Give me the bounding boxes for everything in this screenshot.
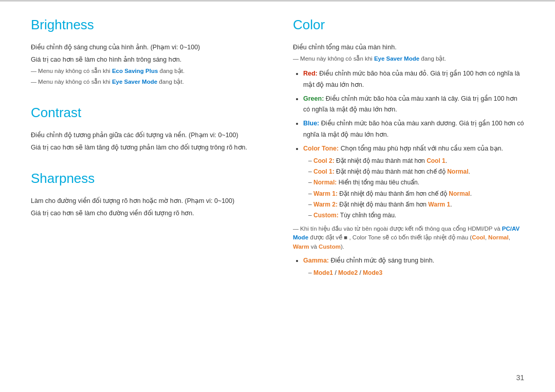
- mode3-label: Mode3: [363, 269, 382, 276]
- color-green-text: Điều chỉnh mức bão hòa của màu xanh lá c…: [303, 95, 517, 113]
- eye-saver-mode-ref-brightness: Eye Saver Mode: [112, 79, 157, 85]
- cool-ref: Cool: [472, 234, 485, 240]
- brightness-note2: Menu này không có sẵn khi Eye Saver Mode…: [31, 78, 262, 86]
- hdmi-note: Khi tín hiệu đầu vào từ bên ngoài được k…: [293, 225, 524, 251]
- warm2-text: Đặt nhiệt độ màu thành ấm hơn: [339, 201, 428, 208]
- warm1-text: Đặt nhiệt độ màu thành ấm hơn chế độ: [339, 190, 449, 197]
- gamma-item: Gamma: Điều chỉnh mức độ sáng trung bình…: [303, 255, 524, 278]
- color-red-item: Red: Điều chỉnh mức bão hòa của màu đỏ. …: [303, 68, 524, 90]
- brightness-section: Brightness Điều chỉnh độ sáng chung của …: [31, 17, 262, 87]
- gamma-modes-item: Mode1 / Mode2 / Mode3: [308, 268, 524, 278]
- warm1-ref-warm2: Warm 1: [428, 201, 450, 208]
- left-column: Brightness Điều chỉnh độ sáng chung của …: [31, 17, 262, 296]
- color-title: Color: [293, 17, 524, 33]
- contrast-title: Contrast: [31, 105, 262, 121]
- color-section: Color Điều chỉnh tổng màu của màn hình. …: [293, 17, 524, 278]
- color-tone-sub-list: Cool 2: Đặt nhiệt độ màu thành mát hơn C…: [308, 156, 524, 220]
- page-content: Brightness Điều chỉnh độ sáng chung của …: [0, 17, 555, 296]
- sharpness-line1: Làm cho đường viền đối tượng rõ hơn hoặc…: [31, 196, 262, 206]
- gamma-label: Gamma:: [303, 257, 329, 264]
- brightness-body: Điều chỉnh độ sáng chung của hình ảnh. (…: [31, 42, 262, 87]
- custom-text: Tùy chỉnh tổng màu.: [340, 212, 396, 219]
- color-blue-item: Blue: Điều chỉnh mức bão hòa của màu xan…: [303, 118, 524, 140]
- color-green-label: Green:: [303, 95, 324, 102]
- eco-saving-plus-ref: Eco Saving Plus: [112, 68, 158, 74]
- color-blue-text: Điều chỉnh mức bão hòa của màu xanh dươn…: [303, 120, 524, 138]
- brightness-title: Brightness: [31, 17, 262, 33]
- custom-ref: Custom: [319, 244, 341, 250]
- cool2-item: Cool 2: Đặt nhiệt độ màu thành mát hơn C…: [308, 156, 524, 166]
- color-bullet-list: Red: Điều chỉnh mức bão hòa của màu đỏ. …: [303, 68, 524, 220]
- warm2-label: Warm 2:: [313, 201, 338, 208]
- page-number: 31: [516, 374, 524, 382]
- color-body: Điều chỉnh tổng màu của màn hình. Menu n…: [293, 42, 524, 278]
- color-tone-label: Color Tone:: [303, 145, 339, 152]
- color-intro: Điều chỉnh tổng màu của màn hình.: [293, 42, 524, 52]
- color-red-text: Điều chỉnh mức bão hòa của màu đỏ. Giá t…: [303, 70, 520, 88]
- color-eye-saver-note: Menu này không có sẵn khi Eye Saver Mode…: [293, 54, 524, 63]
- normal-text: Hiển thị tổng màu tiêu chuẩn.: [339, 179, 419, 186]
- gamma-list: Gamma: Điều chỉnh mức độ sáng trung bình…: [303, 255, 524, 278]
- av-icon: ■: [344, 234, 347, 240]
- contrast-section: Contrast Điều chỉnh độ tương phản giữa c…: [31, 105, 262, 153]
- pc-av-mode-ref: PC/AV Mode: [293, 226, 520, 240]
- color-green-item: Green: Điều chỉnh mức bão hòa của màu xa…: [303, 94, 524, 116]
- sharpness-body: Làm cho đường viền đối tượng rõ hơn hoặc…: [31, 196, 262, 218]
- color-blue-label: Blue:: [303, 120, 319, 127]
- warm2-item: Warm 2: Đặt nhiệt độ màu thành ấm hơn Wa…: [308, 200, 524, 210]
- mode1-label: Mode1: [313, 269, 333, 276]
- sharpness-section: Sharpness Làm cho đường viền đối tượng r…: [31, 171, 262, 218]
- sharpness-title: Sharpness: [31, 171, 262, 186]
- warm1-label: Warm 1:: [313, 190, 338, 197]
- normal-ref-cool1: Normal: [447, 168, 468, 175]
- cool1-item: Cool 1: Đặt nhiệt độ màu thành mát hơn c…: [308, 167, 524, 177]
- color-tone-item: Color Tone: Chọn tổng màu phù hợp nhất v…: [303, 143, 524, 220]
- cool1-text: Đặt nhiệt độ màu thành mát hơn chế độ: [336, 168, 447, 175]
- sharpness-line2: Giá trị cao hơn sẽ làm cho đường viền đố…: [31, 208, 262, 218]
- cool2-text: Đặt nhiệt độ màu thành mát hơn: [336, 157, 427, 164]
- custom-item: Custom: Tùy chỉnh tổng màu.: [308, 211, 524, 220]
- mode2-label: Mode2: [338, 269, 358, 276]
- normal-label: Normal:: [313, 179, 337, 186]
- contrast-body: Điều chỉnh độ tương phản giữa các đối tư…: [31, 130, 262, 153]
- warm-ref: Warm: [293, 244, 309, 250]
- gamma-sub-list: Mode1 / Mode2 / Mode3: [308, 268, 524, 278]
- cool2-label: Cool 2:: [313, 157, 335, 164]
- contrast-line2: Giá trị cao hơn sẽ làm tăng độ tương phả…: [31, 142, 262, 153]
- color-red-label: Red:: [303, 70, 318, 77]
- normal-ref-hdmi: Normal: [488, 234, 509, 240]
- custom-label: Custom:: [313, 212, 339, 219]
- brightness-line1: Điều chỉnh độ sáng chung của hình ảnh. (…: [31, 42, 262, 52]
- brightness-line2: Giá trị cao hơn sẽ làm cho hình ảnh trôn…: [31, 54, 262, 65]
- normal-item: Normal: Hiển thị tổng màu tiêu chuẩn.: [308, 178, 524, 188]
- top-border: [0, 0, 555, 2]
- cool1-ref-cool2: Cool 1: [427, 157, 446, 164]
- contrast-line1: Điều chỉnh độ tương phản giữa các đối tư…: [31, 130, 262, 140]
- cool1-label: Cool 1:: [313, 168, 335, 175]
- normal-ref-warm1: Normal: [449, 190, 470, 197]
- gamma-text: Điều chỉnh mức độ sáng trung bình.: [331, 257, 435, 264]
- right-column: Color Điều chỉnh tổng màu của màn hình. …: [293, 17, 524, 296]
- warm1-item: Warm 1: Đặt nhiệt độ màu thành ấm hơn ch…: [308, 189, 524, 199]
- color-tone-text: Chọn tổng màu phù hợp nhất với nhu cầu x…: [341, 145, 503, 152]
- eye-saver-mode-ref-color: Eye Saver Mode: [374, 55, 419, 62]
- brightness-note1: Menu này không có sẵn khi Eco Saving Plu…: [31, 67, 262, 76]
